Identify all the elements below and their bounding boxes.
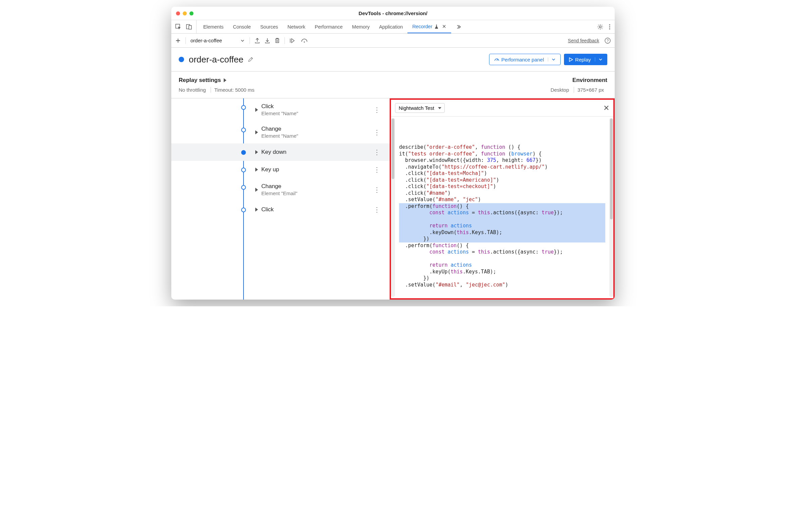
step-row[interactable]: Key down ⋮ xyxy=(171,143,390,161)
more-tabs-icon[interactable] xyxy=(456,24,461,29)
step-element: Element "Email" xyxy=(261,190,297,196)
tab-memory[interactable]: Memory xyxy=(347,20,374,33)
svg-point-7 xyxy=(304,41,305,42)
throttling-value: No throttling xyxy=(179,87,206,93)
step-action: Click xyxy=(261,206,274,213)
tab-recorder[interactable]: Recorder✕ xyxy=(408,20,451,33)
environment-heading: Environment xyxy=(551,77,607,84)
svg-point-6 xyxy=(609,28,610,29)
recording-name[interactable]: order-a-coffee xyxy=(190,38,222,43)
step-element: Element "Name" xyxy=(261,133,298,139)
new-recording-icon[interactable] xyxy=(175,38,181,43)
tab-network[interactable]: Network xyxy=(283,20,310,33)
timeout-value: Timeout: 5000 ms xyxy=(211,87,255,93)
recording-header: order-a-coffee Performance panel Replay xyxy=(171,48,615,72)
caret-right-icon[interactable] xyxy=(255,168,258,171)
close-tab-icon[interactable]: ✕ xyxy=(442,24,446,29)
chevron-down-icon[interactable] xyxy=(548,57,556,62)
step-action: Change xyxy=(261,125,298,132)
svg-point-4 xyxy=(609,24,610,25)
caret-right-icon[interactable] xyxy=(255,130,258,134)
device-toggle-icon[interactable] xyxy=(186,24,192,30)
window-controls xyxy=(176,11,193,16)
step-action: Click xyxy=(261,103,298,110)
caret-right-icon[interactable] xyxy=(255,150,258,154)
replay-button-label: Replay xyxy=(575,57,591,63)
tab-console[interactable]: Console xyxy=(228,20,255,33)
minimize-window-icon[interactable] xyxy=(183,11,187,16)
step-over-icon[interactable] xyxy=(301,38,308,43)
svg-text:?: ? xyxy=(607,39,609,43)
scrollbar[interactable] xyxy=(391,118,395,297)
caret-right-icon xyxy=(224,78,226,82)
tab-elements[interactable]: Elements xyxy=(199,20,228,33)
kebab-menu-icon[interactable]: ⋮ xyxy=(373,128,383,136)
svg-point-3 xyxy=(599,26,601,28)
step-row[interactable]: Key up ⋮ xyxy=(171,161,390,178)
step-bullet-icon xyxy=(241,128,246,132)
step-bullet-icon xyxy=(241,208,246,212)
devtools-tabbar: ElementsConsoleSourcesNetworkPerformance… xyxy=(171,20,615,33)
svg-point-5 xyxy=(609,26,610,27)
recorder-body: Click Element "Name" ⋮ Change Element "N… xyxy=(171,98,615,300)
step-element: Element "Name" xyxy=(261,111,298,116)
kebab-menu-icon[interactable]: ⋮ xyxy=(373,186,383,194)
step-action: Key up xyxy=(261,166,279,173)
kebab-menu-icon[interactable] xyxy=(609,24,611,30)
export-format-select[interactable]: Nightwatch Test xyxy=(395,103,445,113)
window-title: DevTools - chrome://version/ xyxy=(175,10,611,16)
code-export-panel: Nightwatch Test ✕ describe("order-a-coff… xyxy=(390,98,615,300)
step-row[interactable]: Click ⋮ xyxy=(171,201,390,218)
step-action: Key down xyxy=(261,149,286,156)
export-icon[interactable] xyxy=(255,38,260,44)
step-bullet-icon xyxy=(241,150,246,155)
step-row[interactable]: Change Element "Name" ⋮ xyxy=(171,121,390,143)
chevron-down-icon[interactable] xyxy=(595,57,603,62)
kebab-menu-icon[interactable]: ⋮ xyxy=(373,166,383,174)
settings-gear-icon[interactable] xyxy=(597,24,603,30)
device-value: Desktop xyxy=(551,87,569,93)
devtools-window: DevTools - chrome://version/ ElementsCon… xyxy=(171,7,615,300)
step-row[interactable]: Change Element "Email" ⋮ xyxy=(171,178,390,201)
caret-right-icon[interactable] xyxy=(255,108,258,112)
experiment-icon xyxy=(434,24,439,29)
step-play-icon[interactable] xyxy=(290,38,296,43)
performance-panel-label: Performance panel xyxy=(502,57,544,63)
performance-panel-button[interactable]: Performance panel xyxy=(489,54,561,65)
caret-right-icon[interactable] xyxy=(255,188,258,192)
step-bullet-icon xyxy=(241,185,246,190)
step-action: Change xyxy=(261,183,297,190)
help-icon[interactable]: ? xyxy=(605,38,611,44)
panel-tabs: ElementsConsoleSourcesNetworkPerformance… xyxy=(199,20,451,33)
tab-application[interactable]: Application xyxy=(374,20,408,33)
recording-title: order-a-coffee xyxy=(189,54,244,65)
kebab-menu-icon[interactable]: ⋮ xyxy=(373,206,383,214)
inspect-icon[interactable] xyxy=(175,24,181,30)
close-icon[interactable]: ✕ xyxy=(603,104,609,113)
step-row[interactable]: Click Element "Name" ⋮ xyxy=(171,98,390,121)
scrollbar[interactable] xyxy=(609,118,614,297)
kebab-menu-icon[interactable]: ⋮ xyxy=(373,148,383,156)
send-feedback-link[interactable]: Send feedback xyxy=(568,38,599,43)
chevron-down-icon[interactable] xyxy=(240,38,245,43)
recording-indicator-icon xyxy=(179,57,184,62)
step-bullet-icon xyxy=(241,105,246,110)
import-icon[interactable] xyxy=(265,38,270,44)
tab-performance[interactable]: Performance xyxy=(310,20,347,33)
kebab-menu-icon[interactable]: ⋮ xyxy=(373,106,383,114)
replay-settings-heading[interactable]: Replay settings xyxy=(179,77,258,84)
svg-rect-2 xyxy=(189,25,191,29)
steps-panel: Click Element "Name" ⋮ Change Element "N… xyxy=(171,98,390,300)
step-bullet-icon xyxy=(241,168,246,172)
close-window-icon[interactable] xyxy=(176,11,180,16)
tab-sources[interactable]: Sources xyxy=(256,20,283,33)
settings-row: Replay settings No throttling Timeout: 5… xyxy=(171,72,615,98)
replay-button[interactable]: Replay xyxy=(564,54,607,65)
dimensions-value: 375×667 px xyxy=(574,87,604,93)
delete-icon[interactable] xyxy=(275,38,280,43)
maximize-window-icon[interactable] xyxy=(189,11,193,16)
code-content[interactable]: describe("order-a-coffee", function () {… xyxy=(391,117,614,298)
edit-title-icon[interactable] xyxy=(248,56,254,63)
recorder-toolbar: order-a-coffee Send feedback ? xyxy=(171,33,615,48)
caret-right-icon[interactable] xyxy=(255,208,258,212)
